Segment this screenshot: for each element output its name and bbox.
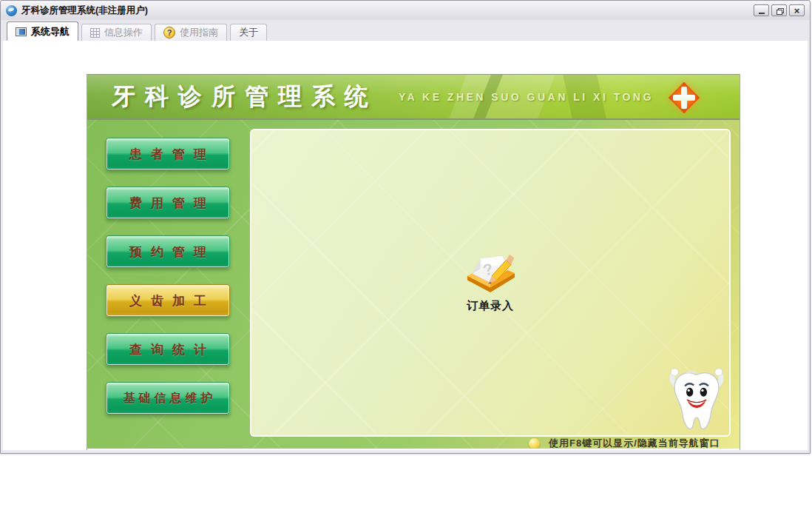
grid-icon (90, 28, 100, 38)
shortcut-label: 订单录入 (467, 299, 514, 313)
side-menu: 患者管理 费用管理 预约管理 义齿加工 查询统计 基础信息维护 (106, 138, 230, 415)
app-window: 牙科诊所管理系统(非注册用户) × 系统导航 信息操作 ? (0, 0, 811, 454)
desktop: 牙科诊所管理系统(非注册用户) × 系统导航 信息操作 ? (0, 0, 812, 530)
minimize-button[interactable] (754, 4, 769, 16)
close-button[interactable]: × (789, 4, 805, 16)
tooth-mascot (666, 366, 728, 434)
navigation-window-icon (16, 27, 27, 36)
close-icon: × (794, 6, 800, 16)
minimize-icon (759, 13, 765, 14)
medical-cross-icon (668, 81, 700, 114)
help-question-icon: ? (163, 27, 175, 38)
banner-subtitle: YA KE ZHEN SUO GUAN LI XI TONG (399, 91, 654, 103)
tab-label: 关于 (239, 26, 258, 39)
menu-button-patient-management[interactable]: 患者管理 (106, 138, 230, 170)
menu-button-query-statistics[interactable]: 查询统计 (106, 333, 230, 366)
tab-user-guide[interactable]: ? 使用指南 (155, 24, 227, 41)
banner-title: 牙科诊所管理系统 (112, 81, 378, 113)
menu-button-appointment-management[interactable]: 预约管理 (106, 235, 230, 268)
workspace-panel: ? 订单录入 (250, 129, 731, 437)
shortcut-order-entry[interactable]: ? 订单录入 (446, 247, 535, 313)
tab-bar: 系统导航 信息操作 ? 使用指南 关于 (1, 20, 810, 41)
status-hint-text: 使用F8键可以显示/隐藏当前导航窗口 (549, 437, 720, 449)
content-area: 牙科诊所管理系统 YA KE ZHEN SUO GUAN LI XI TONG … (3, 41, 808, 450)
restore-icon (777, 8, 782, 13)
order-notebook-pencil-icon: ? (463, 247, 518, 295)
title-bar: 牙科诊所管理系统(非注册用户) × (1, 1, 810, 20)
window-title: 牙科诊所管理系统(非注册用户) (21, 4, 148, 17)
app-logo-icon (6, 5, 17, 16)
tab-label: 系统导航 (31, 25, 70, 38)
menu-button-fee-management[interactable]: 费用管理 (106, 187, 230, 219)
tab-about[interactable]: 关于 (230, 24, 267, 41)
tab-system-navigation[interactable]: 系统导航 (7, 21, 78, 41)
yellow-sphere-icon (529, 438, 540, 449)
status-hint: 使用F8键可以显示/隐藏当前导航窗口 (529, 437, 720, 449)
menu-button-basic-info-maintenance[interactable]: 基础信息维护 (106, 382, 230, 415)
tab-label: 使用指南 (180, 26, 218, 39)
tab-label: 信息操作 (104, 26, 143, 39)
tab-info-operations[interactable]: 信息操作 (81, 24, 152, 41)
banner: 牙科诊所管理系统 YA KE ZHEN SUO GUAN LI XI TONG (87, 74, 740, 120)
main-panel: 牙科诊所管理系统 YA KE ZHEN SUO GUAN LI XI TONG … (87, 74, 740, 450)
restore-button[interactable] (771, 4, 787, 16)
panel-body: 患者管理 费用管理 预约管理 义齿加工 查询统计 基础信息维护 (87, 120, 740, 449)
menu-button-denture-processing[interactable]: 义齿加工 (106, 284, 230, 317)
